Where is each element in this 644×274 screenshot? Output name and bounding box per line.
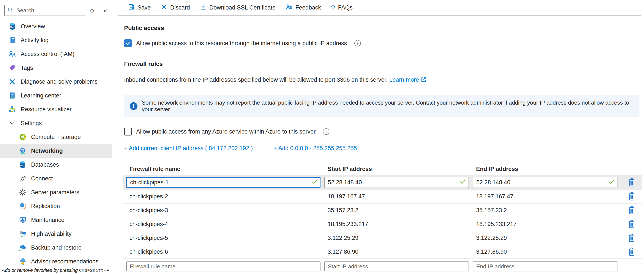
new-start-ip-input[interactable] bbox=[324, 261, 469, 271]
search-input[interactable] bbox=[16, 7, 82, 14]
sidebar-item-label: High availability bbox=[31, 230, 72, 237]
maintenance-icon bbox=[18, 216, 27, 224]
sidebar-search-row: ◇ « bbox=[0, 0, 118, 16]
rule-name-input[interactable] bbox=[126, 177, 320, 188]
sidebar-item-label: Maintenance bbox=[31, 217, 64, 223]
info-icon[interactable]: i bbox=[323, 128, 329, 135]
sidebar-item-advisor[interactable]: Advisor recommendations bbox=[0, 254, 112, 268]
new-rule-row bbox=[122, 260, 642, 273]
start-ip: 3.127.86.90 bbox=[324, 248, 469, 255]
sidebar-item-settings[interactable]: Settings bbox=[0, 116, 112, 130]
delete-rule-button[interactable] bbox=[628, 206, 635, 215]
delete-rule-button[interactable] bbox=[628, 192, 635, 201]
delete-rule-button[interactable] bbox=[628, 220, 635, 228]
table-header-row: Firewall rule name Start IP address End … bbox=[122, 163, 642, 175]
tags-icon bbox=[8, 64, 16, 72]
sidebar-item-connect[interactable]: Connect bbox=[0, 172, 112, 185]
diagnose-tools-icon bbox=[8, 78, 16, 86]
sidebar-item-label: Replication bbox=[31, 203, 60, 210]
resource-visualizer-icon bbox=[8, 105, 16, 113]
sidebar-item-resource-visualizer[interactable]: Resource visualizer bbox=[0, 102, 112, 116]
discard-button[interactable]: Discard bbox=[161, 4, 190, 12]
new-rule-name-input[interactable] bbox=[126, 261, 320, 271]
end-ip: 18.197.167.47 bbox=[473, 193, 618, 200]
start-ip: 35.157.23.2 bbox=[324, 207, 469, 214]
collapse-sidebar-icon[interactable]: « bbox=[99, 7, 112, 14]
sidebar-item-label: Access control (IAM) bbox=[21, 51, 74, 58]
svg-text:$: $ bbox=[21, 136, 22, 138]
sidebar-item-server-parameters[interactable]: Server parameters bbox=[0, 185, 112, 199]
sidebar-item-backup-restore[interactable]: Backup and restore bbox=[0, 241, 112, 254]
activity-log-icon bbox=[8, 36, 16, 44]
sidebar-item-access-control[interactable]: Access control (IAM) bbox=[0, 47, 112, 61]
start-ip-input[interactable] bbox=[324, 177, 469, 188]
compute-storage-icon: $ bbox=[18, 133, 27, 141]
sidebar-item-overview[interactable]: My Overview bbox=[0, 20, 112, 33]
public-access-checkbox-row: Allow public access to this resource thr… bbox=[124, 39, 644, 47]
download-ssl-button[interactable]: Download SSL Certificate bbox=[200, 4, 276, 12]
connect-plug-icon bbox=[18, 174, 27, 183]
azure-services-checkbox[interactable] bbox=[124, 128, 132, 135]
sidebar-item-activity-log[interactable]: Activity log bbox=[0, 33, 112, 47]
table-row: ch-clickpipes-3 35.157.23.2 35.157.23.2 bbox=[122, 203, 642, 217]
sidebar-item-label: Activity log bbox=[21, 37, 48, 44]
table-row: ch-clickpipes-6 3.127.86.90 3.127.86.90 bbox=[122, 245, 642, 259]
delete-rule-button[interactable] bbox=[628, 234, 635, 242]
svg-text:My: My bbox=[10, 26, 13, 29]
faqs-button[interactable]: ? FAQs bbox=[331, 4, 352, 12]
add-all-ips-link[interactable]: + Add 0.0.0.0 - 255.255.255.255 bbox=[274, 145, 357, 152]
rule-name: ch-clickpipes-4 bbox=[126, 221, 320, 227]
rule-name: ch-clickpipes-6 bbox=[126, 248, 320, 255]
azure-services-checkbox-label: Allow public access from any Azure servi… bbox=[136, 128, 316, 135]
sidebar-item-maintenance[interactable]: Maintenance bbox=[0, 213, 112, 227]
sidebar-item-label: Overview bbox=[21, 23, 45, 30]
networking-content: Public access Allow public access to thi… bbox=[118, 16, 644, 273]
sidebar-item-compute-storage[interactable]: $ Compute + storage bbox=[0, 130, 112, 144]
sidebar-item-label: Tags bbox=[21, 65, 33, 71]
public-access-title: Public access bbox=[124, 25, 644, 32]
start-ip: 18.197.167.47 bbox=[324, 193, 469, 200]
azure-networking-page: ◇ « My Overview Activity log Access cont… bbox=[0, 0, 644, 274]
sidebar-item-label: Settings bbox=[21, 120, 42, 127]
valid-check-icon bbox=[460, 179, 466, 186]
column-header-start-ip: Start IP address bbox=[324, 166, 469, 172]
new-end-ip-input[interactable] bbox=[473, 261, 618, 271]
firewall-description: Inbound connections from the IP addresse… bbox=[124, 77, 644, 84]
networking-icon bbox=[18, 147, 27, 155]
learn-more-link[interactable]: Learn more bbox=[389, 77, 419, 83]
mysql-server-icon: My bbox=[8, 22, 16, 31]
sidebar-item-learning-center[interactable]: 101 Learning center bbox=[0, 89, 112, 102]
sidebar-item-replication[interactable]: Replication bbox=[0, 199, 112, 213]
sidebar-item-label: Server parameters bbox=[31, 189, 80, 196]
sidebar-item-label: Compute + storage bbox=[31, 134, 81, 140]
command-bar: Save Discard Download SSL Certificate Fe… bbox=[118, 0, 642, 16]
feedback-button[interactable]: Feedback bbox=[286, 4, 321, 12]
sidebar-item-tags[interactable]: Tags bbox=[0, 61, 112, 75]
start-ip: 3.122.25.29 bbox=[324, 235, 469, 241]
pin-icon[interactable]: ◇ bbox=[85, 7, 99, 14]
add-client-ip-link[interactable]: + Add current client IP address ( 84.172… bbox=[124, 145, 253, 152]
sidebar-item-databases[interactable]: DB Databases bbox=[0, 158, 112, 172]
sidebar-item-diagnose[interactable]: Diagnose and solve problems bbox=[0, 75, 112, 89]
column-header-end-ip: End IP address bbox=[473, 166, 618, 172]
external-link-icon bbox=[421, 77, 426, 84]
table-row: ch-clickpipes-2 18.197.167.47 18.197.167… bbox=[122, 190, 642, 203]
sidebar-item-label: Resource visualizer bbox=[21, 106, 72, 113]
firewall-rules-title: Firewall rules bbox=[124, 61, 644, 67]
search-box[interactable] bbox=[4, 5, 85, 16]
save-button[interactable]: Save bbox=[128, 4, 151, 12]
download-icon bbox=[200, 4, 206, 12]
info-icon[interactable]: i bbox=[354, 40, 361, 47]
favorites-hint: Add or remove favorites by pressing Cmd+… bbox=[2, 267, 109, 273]
start-ip: 18.195.233.217 bbox=[324, 221, 469, 227]
delete-rule-button[interactable] bbox=[628, 178, 635, 187]
sidebar: ◇ « My Overview Activity log Access cont… bbox=[0, 0, 118, 274]
access-control-icon bbox=[8, 50, 16, 58]
public-access-checkbox[interactable] bbox=[124, 39, 132, 47]
discard-x-icon bbox=[161, 4, 167, 12]
sidebar-item-networking[interactable]: Networking bbox=[0, 144, 112, 158]
delete-rule-button[interactable] bbox=[628, 247, 635, 256]
end-ip-input[interactable] bbox=[473, 177, 618, 188]
sidebar-item-label: Diagnose and solve problems bbox=[21, 78, 98, 85]
sidebar-item-high-availability[interactable]: High availability bbox=[0, 227, 112, 241]
